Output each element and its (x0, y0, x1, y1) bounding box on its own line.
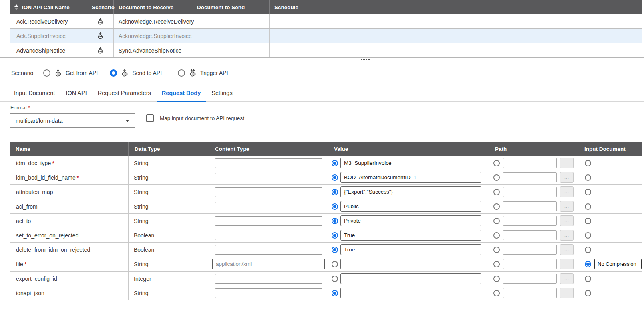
table-row[interactable]: Ack.ReceiveDelivery Acknowledge.ReceiveD… (10, 14, 642, 29)
value-radio[interactable] (332, 232, 338, 239)
path-browse-button[interactable]: ... (560, 158, 574, 168)
input-document-radio[interactable] (585, 174, 591, 181)
path-radio[interactable] (493, 203, 500, 210)
content-type-input[interactable] (215, 274, 322, 284)
value-input[interactable] (340, 215, 481, 226)
value-input[interactable] (340, 230, 481, 241)
value-input[interactable] (340, 259, 481, 269)
api-call-name: Ack.SupplierInvoice (10, 29, 87, 43)
header-schedule[interactable]: Schedule (269, 0, 642, 14)
path-browse-button[interactable]: ... (560, 288, 574, 298)
scenario-label: Scenario (11, 70, 43, 76)
input-document-radio[interactable] (585, 203, 591, 210)
content-type-input[interactable] (215, 187, 322, 197)
value-radio[interactable] (332, 261, 338, 267)
header-document-to-send[interactable]: Document to Send (192, 0, 269, 14)
value-input[interactable] (340, 288, 481, 298)
path-input[interactable] (503, 158, 557, 168)
path-browse-button[interactable]: ... (560, 215, 574, 226)
path-radio[interactable] (493, 218, 500, 224)
value-input[interactable] (340, 158, 481, 168)
header-ion-api-call-name[interactable]: ION API Call Name (10, 0, 87, 14)
path-input[interactable] (503, 201, 557, 211)
path-input[interactable] (503, 187, 557, 197)
input-document-radio[interactable] (585, 290, 591, 296)
value-radio[interactable] (332, 276, 338, 282)
path-radio[interactable] (493, 160, 500, 166)
scenario-option-trigger-api[interactable]: Trigger API (178, 69, 228, 77)
format-dropdown[interactable]: multipart/form-data (10, 113, 135, 128)
path-radio[interactable] (493, 261, 500, 267)
param-name: idm_bod_id_field_name* (10, 170, 129, 184)
path-radio[interactable] (493, 247, 500, 253)
header-input-document: Input Document (578, 142, 642, 156)
tab-settings[interactable]: Settings (209, 90, 235, 101)
send-to-api-radio[interactable] (110, 69, 117, 77)
content-type-input[interactable] (215, 288, 322, 298)
value-input[interactable] (340, 244, 481, 255)
pane-splitter[interactable] (0, 57, 644, 58)
input-document-radio[interactable] (585, 276, 591, 282)
path-radio[interactable] (493, 232, 500, 239)
content-type-input[interactable] (215, 245, 322, 255)
path-browse-button[interactable]: ... (560, 273, 574, 284)
param-name: attributes_map (10, 185, 129, 199)
value-radio[interactable] (332, 247, 338, 253)
input-document-radio[interactable] (585, 189, 591, 195)
header-document-to-receive[interactable]: Document to Receive (113, 0, 192, 14)
input-document-radio[interactable] (585, 232, 591, 239)
scenario-option-get-from-api[interactable]: Get from API (43, 69, 98, 77)
value-radio[interactable] (332, 189, 338, 195)
content-type-input[interactable] (215, 158, 322, 168)
scenario-option-send-to-api[interactable]: Send to API (110, 69, 162, 77)
content-type-input[interactable] (215, 216, 322, 226)
path-input[interactable] (503, 259, 557, 269)
content-type-input[interactable] (215, 202, 322, 211)
input-document-radio[interactable] (585, 160, 591, 166)
content-type-input[interactable] (215, 173, 322, 182)
path-browse-button[interactable]: ... (560, 186, 574, 197)
input-document-radio[interactable] (585, 261, 591, 267)
path-browse-button[interactable]: ... (560, 259, 574, 269)
path-radio[interactable] (493, 276, 500, 282)
tab-ion-api[interactable]: ION API (63, 90, 89, 101)
value-radio[interactable] (332, 290, 338, 296)
table-row[interactable]: AdvanceShipNotice Sync.AdvanceShipNotice (10, 43, 642, 58)
value-radio[interactable] (332, 218, 338, 224)
path-browse-button[interactable]: ... (560, 244, 574, 255)
value-radio[interactable] (332, 160, 338, 166)
compression-select[interactable]: No Compression (594, 259, 642, 269)
path-browse-button[interactable]: ... (560, 230, 574, 241)
header-scenario[interactable]: Scenario (87, 0, 113, 14)
tab-input-document[interactable]: Input Document (12, 90, 57, 101)
value-input[interactable] (340, 273, 481, 284)
content-type-input[interactable] (212, 259, 325, 269)
input-document-radio[interactable] (585, 247, 591, 253)
value-radio[interactable] (332, 203, 338, 210)
content-type-input[interactable] (215, 231, 322, 240)
value-radio[interactable] (332, 174, 338, 181)
table-row-selected[interactable]: Ack.SupplierInvoice Acknowledge.Supplier… (10, 29, 642, 43)
get-from-api-radio[interactable] (43, 69, 50, 77)
path-radio[interactable] (493, 189, 500, 195)
tab-request-body[interactable]: Request Body (159, 90, 203, 101)
value-input[interactable] (340, 172, 481, 183)
path-browse-button[interactable]: ... (560, 201, 574, 212)
path-input[interactable] (503, 288, 557, 298)
path-radio[interactable] (493, 290, 500, 296)
path-radio[interactable] (493, 174, 500, 181)
path-input[interactable] (503, 230, 557, 240)
value-input[interactable] (340, 186, 481, 197)
sort-icon[interactable] (14, 4, 18, 10)
trigger-api-radio[interactable] (178, 69, 185, 77)
path-input[interactable] (503, 274, 557, 284)
path-browse-button[interactable]: ... (560, 172, 574, 183)
map-input-document-checkbox[interactable] (146, 114, 154, 122)
value-input[interactable] (340, 201, 481, 212)
splitter-drag-handle-icon[interactable] (361, 59, 370, 60)
path-input[interactable] (503, 216, 557, 226)
path-input[interactable] (503, 172, 557, 182)
path-input[interactable] (503, 245, 557, 255)
tab-request-parameters[interactable]: Request Parameters (95, 90, 153, 101)
input-document-radio[interactable] (585, 218, 591, 224)
